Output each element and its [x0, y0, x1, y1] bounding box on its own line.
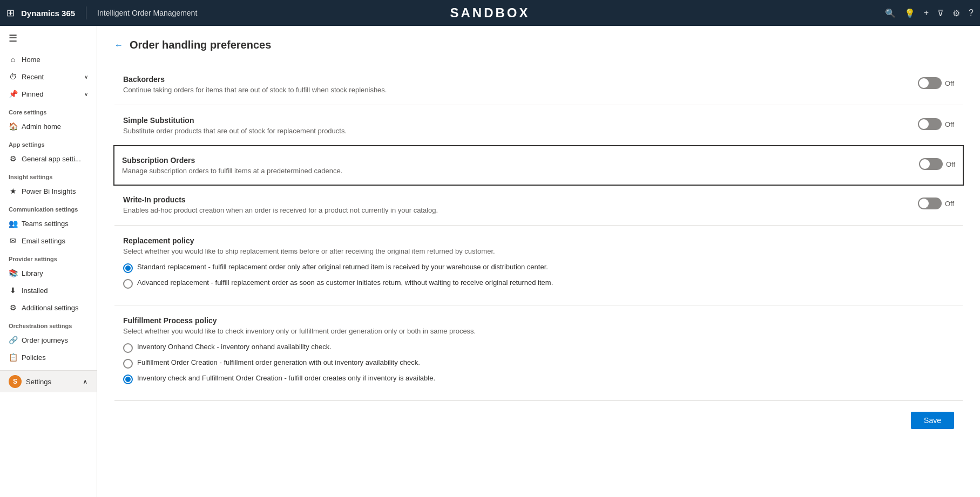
- sidebar-item-order-journeys-label: Order journeys: [22, 336, 68, 344]
- installed-icon: ⬇: [9, 286, 17, 295]
- replacement-policy-title: Replacement policy: [123, 236, 954, 245]
- subscription-orders-toggle-label: Off: [946, 160, 955, 168]
- backorders-title: Backorders: [123, 75, 918, 84]
- write-in-products-toggle-switch[interactable]: [918, 198, 942, 209]
- lightbulb-icon[interactable]: 💡: [904, 8, 915, 18]
- sidebar-item-installed-label: Installed: [22, 287, 48, 295]
- communication-settings-label: Communication settings: [0, 200, 97, 215]
- chevron-up-icon: ∧: [83, 378, 88, 386]
- backorders-toggle-switch[interactable]: [918, 77, 942, 89]
- save-button[interactable]: Save: [911, 412, 954, 429]
- admin-home-icon: 🏠: [9, 122, 17, 131]
- avatar: S: [9, 375, 22, 388]
- write-in-products-setting-row: Write-In products Enables ad-hoc product…: [114, 185, 963, 226]
- policies-icon: 📋: [9, 353, 17, 362]
- simple-substitution-toggle-knob: [919, 119, 929, 129]
- replacement-policy-desc: Select whether you would like to ship re…: [123, 247, 954, 255]
- email-icon: ✉: [9, 236, 17, 245]
- topbar: ⊞ Dynamics 365 Intelligent Order Managem…: [0, 0, 980, 26]
- fulfillment-inventory-onhand-label: Inventory Onhand Check - inventory onhan…: [137, 343, 332, 351]
- topbar-left: ⊞ Dynamics 365 Intelligent Order Managem…: [6, 6, 197, 19]
- fulfillment-policy-desc: Select whether you would like to check i…: [123, 327, 954, 335]
- waffle-icon[interactable]: ⊞: [6, 7, 15, 19]
- simple-substitution-toggle-switch[interactable]: [918, 118, 942, 130]
- subscription-orders-toggle[interactable]: Off: [919, 158, 955, 170]
- fulfillment-order-creation-label: Fulfillment Order Creation - fulfillment…: [137, 358, 420, 366]
- sidebar-item-general-app[interactable]: ⚙ General app setti...: [0, 150, 97, 167]
- chevron-down-icon: ∨: [84, 74, 88, 80]
- page-title: Order handling preferences: [130, 39, 271, 51]
- app-settings-label: App settings: [0, 135, 97, 150]
- sidebar-item-teams[interactable]: 👥 Teams settings: [0, 215, 97, 232]
- sidebar-bottom: S Settings ∧: [0, 370, 97, 392]
- settings-icon[interactable]: ⚙: [952, 8, 960, 18]
- sidebar-item-policies[interactable]: 📋 Policies: [0, 349, 97, 366]
- sidebar-item-home[interactable]: ⌂ Home: [0, 51, 97, 68]
- sidebar-item-admin-home-label: Admin home: [22, 122, 61, 131]
- back-button[interactable]: ←: [114, 40, 123, 50]
- search-icon[interactable]: 🔍: [885, 8, 896, 18]
- recent-icon: ⏱: [9, 72, 17, 81]
- sidebar-item-recent-label: Recent: [22, 73, 44, 81]
- backorders-toggle-knob: [919, 78, 929, 88]
- sidebar-item-installed[interactable]: ⬇ Installed: [0, 282, 97, 299]
- sidebar-item-additional-settings[interactable]: ⚙ Additional settings: [0, 299, 97, 316]
- write-in-products-toggle-label: Off: [945, 200, 954, 208]
- sidebar-item-order-journeys[interactable]: 🔗 Order journeys: [0, 331, 97, 349]
- sidebar-item-recent[interactable]: ⏱ Recent ∨: [0, 68, 97, 85]
- fulfillment-inventory-onhand-option[interactable]: Inventory Onhand Check - inventory onhan…: [123, 343, 954, 353]
- write-in-products-desc: Enables ad-hoc product creation when an …: [123, 206, 918, 214]
- sidebar-item-library[interactable]: 📚 Library: [0, 264, 97, 282]
- write-in-products-toggle[interactable]: Off: [918, 198, 954, 209]
- sidebar-footer-label: Settings: [26, 378, 51, 386]
- backorders-content: Backorders Continue taking orders for it…: [123, 75, 918, 94]
- sidebar-item-pinned[interactable]: 📌 Pinned ∨: [0, 85, 97, 103]
- sidebar-item-email[interactable]: ✉ Email settings: [0, 232, 97, 249]
- simple-substitution-toggle[interactable]: Off: [918, 118, 954, 130]
- fulfillment-policy-section: Fulfillment Process policy Select whethe…: [114, 305, 963, 401]
- save-btn-row: Save: [114, 401, 963, 440]
- sidebar-item-additional-settings-label: Additional settings: [22, 304, 79, 312]
- home-icon: ⌂: [9, 55, 17, 64]
- sidebar-hamburger[interactable]: ☰: [0, 26, 97, 51]
- power-bi-icon: ★: [9, 187, 17, 195]
- general-app-icon: ⚙: [9, 154, 17, 163]
- backorders-toggle[interactable]: Off: [918, 77, 954, 89]
- sidebar-item-power-bi-label: Power Bi Insights: [22, 187, 76, 195]
- sidebar-item-admin-home[interactable]: 🏠 Admin home: [0, 118, 97, 135]
- sidebar-item-power-bi[interactable]: ★ Power Bi Insights: [0, 182, 97, 200]
- help-icon[interactable]: ?: [969, 8, 974, 18]
- simple-substitution-title: Simple Substitution: [123, 116, 918, 125]
- add-icon[interactable]: +: [924, 8, 929, 18]
- sidebar: ☰ ⌂ Home ⏱ Recent ∨ 📌 Pinned ∨ Core sett…: [0, 26, 97, 497]
- replacement-standard-radio[interactable]: [123, 263, 133, 273]
- main-layout: ☰ ⌂ Home ⏱ Recent ∨ 📌 Pinned ∨ Core sett…: [0, 26, 980, 497]
- fulfillment-order-creation-radio[interactable]: [123, 359, 133, 369]
- filter-icon[interactable]: ⊽: [937, 8, 944, 18]
- fulfillment-order-creation-option[interactable]: Fulfillment Order Creation - fulfillment…: [123, 358, 954, 369]
- app-name[interactable]: Dynamics 365: [21, 9, 75, 18]
- replacement-advanced-radio[interactable]: [123, 279, 133, 289]
- sandbox-label: SANDBOX: [450, 5, 530, 21]
- simple-substitution-desc: Substitute order products that are out o…: [123, 127, 918, 135]
- insight-settings-label: Insight settings: [0, 167, 97, 182]
- replacement-advanced-option[interactable]: Advanced replacement - fulfill replaceme…: [123, 278, 954, 289]
- replacement-advanced-label: Advanced replacement - fulfill replaceme…: [137, 278, 553, 287]
- sidebar-item-pinned-label: Pinned: [22, 90, 43, 98]
- chevron-down-icon-pinned: ∨: [84, 91, 88, 97]
- replacement-standard-option[interactable]: Standard replacement - fulfill replaceme…: [123, 263, 954, 273]
- write-in-products-toggle-knob: [919, 199, 929, 208]
- replacement-policy-section: Replacement policy Select whether you wo…: [114, 226, 963, 305]
- fulfillment-inventory-check-radio[interactable]: [123, 375, 133, 384]
- topbar-right: 🔍 💡 + ⊽ ⚙ ?: [885, 8, 974, 18]
- backorders-toggle-label: Off: [945, 79, 954, 87]
- fulfillment-inventory-onhand-radio[interactable]: [123, 343, 133, 353]
- sidebar-footer-settings[interactable]: S Settings ∧: [0, 371, 97, 392]
- fulfillment-inventory-check-label: Inventory check and Fulfillment Order Cr…: [137, 374, 435, 382]
- fulfillment-inventory-check-option[interactable]: Inventory check and Fulfillment Order Cr…: [123, 374, 954, 384]
- subscription-orders-toggle-switch[interactable]: [919, 158, 943, 170]
- topbar-divider: [86, 6, 86, 19]
- subscription-orders-title: Subscription Orders: [122, 156, 919, 165]
- sidebar-item-teams-label: Teams settings: [22, 220, 69, 228]
- write-in-products-content: Write-In products Enables ad-hoc product…: [123, 195, 918, 214]
